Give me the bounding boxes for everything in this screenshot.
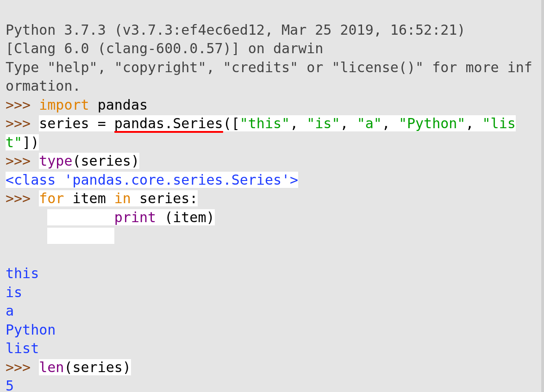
indent — [47, 209, 114, 225]
string-literal: "this" — [240, 115, 290, 131]
keyword-in: in — [114, 190, 131, 206]
string-literal: "a" — [357, 115, 382, 131]
builtin-print: print — [114, 209, 156, 225]
string-literal: "Python" — [399, 115, 466, 131]
shell-header-line3: Type "help", "copyright", "credits" or "… — [6, 59, 532, 94]
prompt: >>> — [6, 115, 39, 131]
continuation-indent — [6, 209, 47, 225]
code-series-assign: series = pandas.Series(["this", "is", "a… — [6, 115, 516, 150]
output-len-result: 5 — [6, 378, 14, 392]
output-loop-line: is — [6, 284, 22, 300]
string-literal: "is" — [306, 115, 340, 131]
call-args: (item) — [156, 209, 214, 225]
keyword-import: import — [39, 97, 89, 113]
code-print-call: print (item) — [47, 209, 214, 225]
var-assign: series = — [39, 115, 114, 131]
comma: , — [465, 115, 482, 131]
output-loop-line: Python — [6, 322, 56, 338]
bracket-open: ([ — [223, 115, 240, 131]
import-target: pandas — [89, 97, 148, 113]
red-underline-icon — [114, 131, 223, 133]
continuation-indent — [6, 228, 47, 244]
python-shell[interactable]: Python 3.7.3 (v3.7.3:ef4ec6ed12, Mar 25 … — [6, 2, 538, 392]
code-type-call: type(series) — [39, 153, 139, 169]
prompt: >>> — [6, 153, 39, 169]
output-loop-line: list — [6, 340, 39, 356]
output-loop-line: this — [6, 265, 39, 281]
builtin-len: len — [39, 359, 64, 375]
keyword-for: for — [39, 190, 64, 206]
for-var: item — [64, 190, 114, 206]
prompt: >>> — [6, 97, 39, 113]
comma: , — [382, 115, 399, 131]
code-len-call: len(series) — [39, 359, 131, 375]
output-type-result: <class 'pandas.core.series.Series'> — [6, 172, 298, 188]
comma: , — [290, 115, 306, 131]
output-loop-line: a — [6, 303, 14, 319]
scrollbar[interactable] — [541, 0, 544, 392]
call-text: pandas.Series — [114, 115, 223, 131]
for-iter: series: — [131, 190, 198, 206]
bracket-close: ]) — [22, 134, 39, 150]
pandas-series-call: pandas.Series — [114, 115, 223, 131]
shell-header-line2: [Clang 6.0 (clang-600.0.57)] on darwin — [6, 40, 323, 56]
code-blank-body — [47, 228, 114, 244]
prompt: >>> — [6, 359, 39, 375]
builtin-type: type — [39, 153, 72, 169]
shell-header-line1: Python 3.7.3 (v3.7.3:ef4ec6ed12, Mar 25 … — [6, 22, 474, 38]
call-args: (series) — [73, 153, 140, 169]
comma: , — [340, 115, 357, 131]
code-for-loop: for item in series: — [39, 190, 198, 206]
call-args: (series) — [64, 359, 131, 375]
prompt: >>> — [6, 190, 39, 206]
